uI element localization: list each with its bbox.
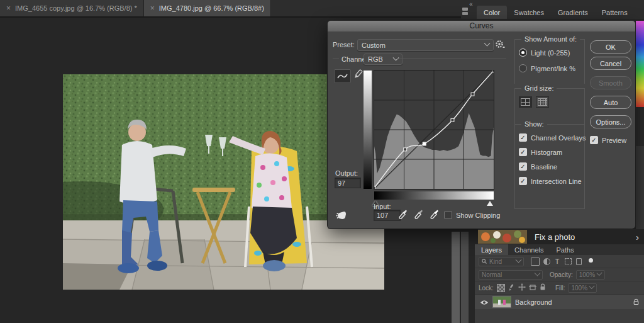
channel-overlays-option[interactable]: ✓ Channel Overlays <box>519 133 584 142</box>
close-icon[interactable]: × <box>6 5 11 11</box>
dialog-title-bar[interactable]: Curves <box>328 21 635 31</box>
lock-all-icon[interactable] <box>540 282 546 293</box>
show-clipping-checkbox[interactable] <box>444 211 452 219</box>
document-tab-bar: × IMG_4655 copy.jpg @ 16.7% (RGB/8) * × … <box>0 0 461 18</box>
show-group: Show: ✓ Channel Overlays ✓ Histogram ✓ B… <box>514 124 585 209</box>
opacity-label: Opacity: <box>550 271 573 278</box>
tab-gradients[interactable]: Gradients <box>551 6 595 19</box>
preview-label: Preview <box>602 137 626 144</box>
cancel-button[interactable]: Cancel <box>590 57 631 70</box>
gray-point-eyedropper[interactable] <box>414 209 423 222</box>
on-image-adjustment-tool[interactable] <box>336 210 347 222</box>
tab-paths[interactable]: Paths <box>550 244 580 255</box>
fill-label: Fill: <box>555 285 565 292</box>
gear-icon <box>495 40 505 49</box>
search-icon <box>482 259 487 264</box>
channel-overlays-checkbox[interactable]: ✓ <box>519 133 527 142</box>
chevron-right-icon[interactable]: › <box>636 232 639 242</box>
options-button[interactable]: Options... <box>590 115 631 128</box>
close-icon[interactable]: × <box>150 5 155 11</box>
channel-dropdown[interactable]: RGB <box>364 54 402 65</box>
filter-adjustment-layers-icon[interactable] <box>543 258 550 265</box>
tab-channels[interactable]: Channels <box>508 244 550 255</box>
filter-toggle-icon[interactable] <box>587 258 594 265</box>
histogram-label: Histogram <box>531 149 562 156</box>
baseline-option[interactable]: ✓ Baseline <box>519 162 584 171</box>
intersection-line-checkbox[interactable]: ✓ <box>519 177 527 185</box>
intersection-line-label: Intersection Line <box>531 178 582 185</box>
chevron-down-icon <box>484 40 491 47</box>
blend-mode-row: Normal Opacity: 100% <box>475 268 644 281</box>
lock-position-icon[interactable] <box>518 282 526 293</box>
preview-option[interactable]: ✓ Preview <box>590 136 626 144</box>
grid-size-label: Grid size: <box>521 84 557 92</box>
baseline-checkbox[interactable]: ✓ <box>519 162 527 171</box>
curve-plot[interactable] <box>374 71 494 189</box>
blend-mode-dropdown[interactable]: Normal <box>479 270 543 280</box>
preview-checkbox[interactable]: ✓ <box>590 136 598 144</box>
pencil-tool-button[interactable] <box>353 69 363 82</box>
panel-tabs: Color Swatches Gradients Patterns <box>477 6 635 19</box>
tab-patterns[interactable]: Patterns <box>595 6 635 19</box>
white-point-slider[interactable] <box>487 201 493 206</box>
white-point-eyedropper[interactable] <box>430 209 439 222</box>
layer-thumbnail[interactable] <box>493 297 511 307</box>
panel-dock-icon[interactable] <box>462 8 468 16</box>
quarter-grid-button[interactable] <box>519 96 532 108</box>
input-field[interactable]: 107 <box>374 210 401 221</box>
fix-a-photo-card[interactable]: Fix a photo › <box>478 229 644 244</box>
fill-field[interactable]: 100% <box>568 283 597 293</box>
fine-grid-button[interactable] <box>536 96 549 108</box>
lock-paint-icon[interactable] <box>508 282 515 293</box>
blend-mode-value: Normal <box>482 271 502 278</box>
show-amount-group: Show Amount of: Light (0-255) Pigment/In… <box>514 39 585 84</box>
tab-layers[interactable]: Layers <box>475 244 508 255</box>
lock-row: Lock: Fill: 100% <box>475 281 644 295</box>
light-radio[interactable] <box>519 48 527 57</box>
show-clipping-option[interactable]: Show Clipping <box>444 211 500 219</box>
histogram-option[interactable]: ✓ Histogram <box>519 148 584 156</box>
preset-options-gear-button[interactable] <box>495 40 505 52</box>
panel-divider[interactable] <box>452 232 460 323</box>
panel-background <box>636 107 644 146</box>
color-spectrum-ramp[interactable] <box>636 21 644 107</box>
opacity-field[interactable]: 100% <box>576 270 605 280</box>
light-label: Light (0-255) <box>531 49 570 57</box>
layer-row-background[interactable]: Background <box>475 295 644 309</box>
chevron-down-icon <box>393 54 399 60</box>
preset-dropdown[interactable]: Custom <box>357 39 494 51</box>
filter-kind-dropdown[interactable]: Kind <box>479 257 524 266</box>
eyedropper-icon <box>399 210 407 219</box>
visibility-toggle[interactable] <box>480 297 489 308</box>
collapse-panels-icon[interactable]: « <box>469 1 472 8</box>
document-tab-label: IMG_4655 copy.jpg @ 16.7% (RGB/8) * <box>15 4 137 12</box>
filter-pixel-layers-icon[interactable] <box>531 258 540 266</box>
tab-swatches[interactable]: Swatches <box>507 6 551 19</box>
layer-name: Background <box>515 298 552 306</box>
document-tab-active[interactable]: × IMG_4780.jpg @ 66.7% (RGB/8#) <box>144 0 271 16</box>
filter-smart-objects-icon[interactable] <box>575 258 582 265</box>
intersection-line-option[interactable]: ✓ Intersection Line <box>519 177 584 185</box>
black-point-eyedropper[interactable] <box>398 209 408 222</box>
auto-button[interactable]: Auto <box>590 96 631 109</box>
fix-a-photo-thumbnail <box>478 230 527 244</box>
filter-shape-layers-icon[interactable] <box>564 258 572 265</box>
pigment-radio[interactable] <box>519 64 527 72</box>
tab-color[interactable]: Color <box>477 6 507 19</box>
preset-label: Preset: <box>333 41 355 48</box>
lock-artboard-icon[interactable] <box>529 282 536 293</box>
filter-type-layers-icon[interactable]: T <box>553 258 561 265</box>
lock-transparency-icon[interactable] <box>497 284 505 292</box>
pigment-option[interactable]: Pigment/Ink % <box>519 64 584 72</box>
document-tab-label: IMG_4780.jpg @ 66.7% (RGB/8#) <box>159 4 264 12</box>
document-tab[interactable]: × IMG_4655 copy.jpg @ 16.7% (RGB/8) * <box>0 0 144 16</box>
smooth-button[interactable]: Smooth <box>590 76 631 89</box>
histogram-checkbox[interactable]: ✓ <box>519 148 527 156</box>
pigment-label: Pigment/Ink % <box>531 65 575 72</box>
point-curve-tool-button[interactable] <box>334 69 351 83</box>
input-value: 107 <box>377 212 388 219</box>
ok-button[interactable]: OK <box>590 40 631 54</box>
output-field[interactable]: 97 <box>335 178 361 188</box>
light-option[interactable]: Light (0-255) <box>519 48 584 57</box>
layers-panel: Layers Channels Paths Kind T Normal <box>475 244 644 323</box>
